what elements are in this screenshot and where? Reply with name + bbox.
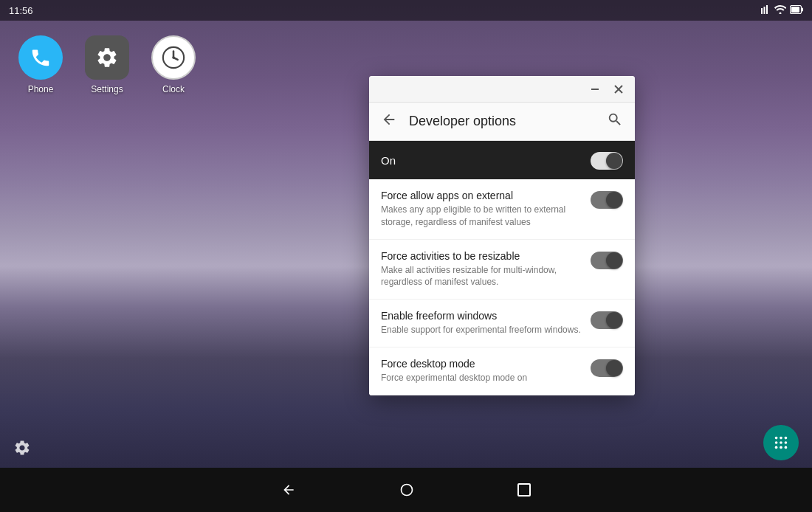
taskbar	[0, 468, 812, 512]
setting-desc-1: Make all activities resizable for multi-…	[381, 264, 582, 289]
setting-desc-3: Force experimental desktop mode on	[381, 372, 582, 384]
svg-point-12	[785, 437, 788, 440]
developer-options-window: Developer options On Force allow apps on…	[369, 76, 635, 395]
setting-desc-2: Enable support for experimental freeform…	[381, 324, 582, 336]
toggle-2[interactable]	[591, 311, 623, 329]
toggle-3[interactable]	[591, 359, 623, 377]
settings-list: Force allow apps on external Makes any a…	[369, 179, 635, 395]
back-button[interactable]	[381, 111, 397, 131]
phone-app-icon[interactable]: Phone	[15, 35, 66, 94]
svg-point-14	[780, 441, 782, 444]
header-title: Developer options	[409, 114, 595, 129]
recents-button[interactable]	[517, 483, 531, 497]
setting-item-2[interactable]: Enable freeform windows Enable support f…	[369, 300, 635, 347]
svg-rect-23	[518, 484, 530, 496]
clock-label: Clock	[162, 84, 185, 94]
svg-rect-4	[802, 7, 803, 11]
clock-icon-wrapper	[151, 35, 196, 80]
app-drawer-button[interactable]	[763, 425, 799, 460]
svg-point-18	[785, 446, 788, 449]
on-label: On	[381, 154, 396, 167]
setting-text-2: Enable freeform windows Enable support f…	[381, 310, 582, 336]
phone-label: Phone	[28, 84, 54, 94]
settings-gear-bottom[interactable]	[13, 439, 31, 460]
svg-rect-5	[791, 7, 799, 13]
svg-point-15	[785, 441, 788, 444]
phone-icon-wrapper	[18, 35, 63, 80]
notification-icon	[760, 4, 771, 17]
svg-rect-0	[761, 8, 763, 14]
status-time: 11:56	[9, 5, 33, 16]
svg-rect-2	[766, 5, 768, 14]
minimize-button[interactable]	[586, 80, 604, 98]
svg-point-10	[775, 437, 778, 440]
setting-text-1: Force activities to be resizable Make al…	[381, 250, 582, 289]
status-bar: 11:56	[0, 0, 812, 21]
setting-item-3[interactable]: Force desktop mode Force experimental de…	[369, 347, 635, 395]
close-button[interactable]	[610, 80, 627, 98]
setting-desc-0: Makes any app eligible to be written to …	[381, 204, 582, 229]
home-button[interactable]	[399, 482, 414, 497]
svg-point-22	[402, 485, 413, 496]
settings-label: Settings	[91, 84, 123, 94]
svg-point-9	[172, 56, 174, 58]
svg-point-16	[775, 446, 778, 449]
clock-app-icon[interactable]: Clock	[148, 35, 199, 94]
back-nav-button[interactable]	[281, 482, 296, 497]
svg-rect-1	[764, 7, 765, 14]
svg-point-13	[775, 441, 778, 444]
setting-title-1: Force activities to be resizable	[381, 250, 582, 262]
battery-icon	[790, 5, 803, 16]
setting-text-3: Force desktop mode Force experimental de…	[381, 358, 582, 384]
setting-title-0: Force allow apps on external	[381, 190, 582, 201]
toggle-1[interactable]	[591, 252, 623, 269]
setting-item-1[interactable]: Force activities to be resizable Make al…	[369, 240, 635, 300]
status-icons	[760, 4, 803, 17]
developer-on-toggle-row[interactable]: On	[369, 141, 635, 179]
svg-point-17	[780, 446, 782, 449]
setting-title-3: Force desktop mode	[381, 358, 582, 370]
settings-icon-wrapper	[85, 35, 129, 80]
wifi-icon	[774, 5, 786, 16]
setting-title-2: Enable freeform windows	[381, 310, 582, 322]
setting-item-0[interactable]: Force allow apps on external Makes any a…	[369, 179, 635, 240]
search-button[interactable]	[607, 111, 623, 131]
setting-text-0: Force allow apps on external Makes any a…	[381, 190, 582, 229]
toggle-0[interactable]	[591, 191, 623, 209]
window-titlebar	[369, 76, 635, 103]
settings-app-icon[interactable]: Settings	[81, 35, 133, 94]
app-header: Developer options	[369, 103, 635, 141]
svg-rect-19	[591, 89, 599, 90]
developer-on-toggle[interactable]	[591, 152, 623, 170]
svg-point-11	[780, 437, 782, 440]
